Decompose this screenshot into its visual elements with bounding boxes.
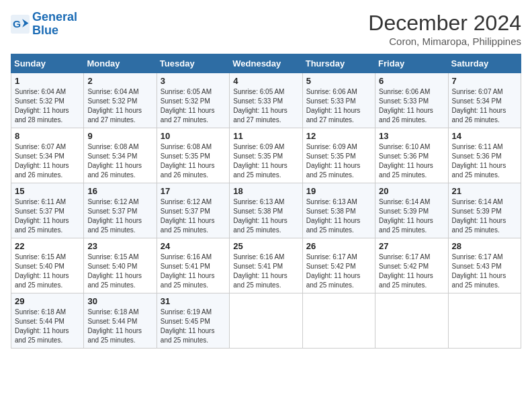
day-detail: Sunrise: 6:04 AMSunset: 5:32 PMDaylight:… (87, 87, 152, 125)
day-detail: Sunrise: 6:05 AMSunset: 5:32 PMDaylight:… (161, 87, 226, 125)
day-detail: Sunrise: 6:17 AMSunset: 5:42 PMDaylight:… (306, 253, 371, 290)
calendar-cell: 15Sunrise: 6:11 AMSunset: 5:37 PMDayligh… (11, 183, 84, 238)
week-row-2: 8Sunrise: 6:07 AMSunset: 5:34 PMDaylight… (11, 128, 521, 183)
day-detail: Sunrise: 6:16 AMSunset: 5:41 PMDaylight:… (161, 253, 226, 290)
day-detail: Sunrise: 6:13 AMSunset: 5:38 PMDaylight:… (233, 197, 298, 235)
calendar-table: SundayMondayTuesdayWednesdayThursdayFrid… (11, 54, 521, 349)
day-number: 7 (452, 76, 517, 86)
svg-text:G: G (13, 17, 21, 29)
day-detail: Sunrise: 6:07 AMSunset: 5:34 PMDaylight:… (15, 142, 80, 180)
calendar-cell: 10Sunrise: 6:08 AMSunset: 5:35 PMDayligh… (157, 128, 229, 183)
day-detail: Sunrise: 6:14 AMSunset: 5:39 PMDaylight:… (379, 197, 444, 235)
day-detail: Sunrise: 6:05 AMSunset: 5:33 PMDaylight:… (233, 87, 298, 125)
day-number: 24 (161, 241, 226, 251)
day-detail: Sunrise: 6:16 AMSunset: 5:41 PMDaylight:… (233, 253, 298, 290)
day-number: 9 (87, 131, 152, 141)
calendar-cell: 25Sunrise: 6:16 AMSunset: 5:41 PMDayligh… (230, 238, 302, 293)
logo: G General Blue (11, 11, 77, 38)
day-detail: Sunrise: 6:10 AMSunset: 5:36 PMDaylight:… (379, 142, 444, 180)
day-number: 28 (452, 241, 517, 251)
calendar-cell (230, 293, 302, 349)
day-number: 12 (306, 131, 371, 141)
calendar-cell: 8Sunrise: 6:07 AMSunset: 5:34 PMDaylight… (11, 128, 84, 183)
day-header-wednesday: Wednesday (230, 54, 302, 73)
calendar-cell: 26Sunrise: 6:17 AMSunset: 5:42 PMDayligh… (302, 238, 375, 293)
day-number: 31 (161, 296, 226, 306)
calendar-cell: 1Sunrise: 6:04 AMSunset: 5:32 PMDaylight… (11, 73, 84, 128)
day-detail: Sunrise: 6:18 AMSunset: 5:44 PMDaylight:… (87, 308, 152, 345)
day-number: 11 (233, 131, 298, 141)
calendar-cell (302, 293, 375, 349)
day-header-monday: Monday (84, 54, 157, 73)
day-number: 30 (87, 296, 152, 306)
day-number: 17 (161, 186, 226, 196)
day-number: 18 (233, 186, 298, 196)
day-number: 21 (452, 186, 517, 196)
day-number: 14 (452, 131, 517, 141)
day-number: 6 (379, 76, 444, 86)
day-header-tuesday: Tuesday (157, 54, 229, 73)
calendar-cell: 30Sunrise: 6:18 AMSunset: 5:44 PMDayligh… (84, 293, 157, 349)
day-detail: Sunrise: 6:09 AMSunset: 5:35 PMDaylight:… (233, 142, 298, 180)
calendar-cell: 12Sunrise: 6:09 AMSunset: 5:35 PMDayligh… (302, 128, 375, 183)
day-detail: Sunrise: 6:06 AMSunset: 5:33 PMDaylight:… (379, 87, 444, 125)
day-number: 1 (15, 76, 80, 86)
day-number: 8 (15, 131, 80, 141)
calendar-cell: 2Sunrise: 6:04 AMSunset: 5:32 PMDaylight… (84, 73, 157, 128)
week-row-1: 1Sunrise: 6:04 AMSunset: 5:32 PMDaylight… (11, 73, 521, 128)
calendar-cell: 6Sunrise: 6:06 AMSunset: 5:33 PMDaylight… (375, 73, 448, 128)
day-number: 20 (379, 186, 444, 196)
day-number: 10 (161, 131, 226, 141)
day-header-friday: Friday (375, 54, 448, 73)
calendar-cell: 27Sunrise: 6:17 AMSunset: 5:42 PMDayligh… (375, 238, 448, 293)
day-detail: Sunrise: 6:17 AMSunset: 5:42 PMDaylight:… (379, 253, 444, 290)
calendar-cell (375, 293, 448, 349)
day-detail: Sunrise: 6:12 AMSunset: 5:37 PMDaylight:… (87, 197, 152, 235)
day-number: 3 (161, 76, 226, 86)
calendar-cell: 31Sunrise: 6:19 AMSunset: 5:45 PMDayligh… (157, 293, 229, 349)
day-number: 15 (15, 186, 80, 196)
calendar-cell: 5Sunrise: 6:06 AMSunset: 5:33 PMDaylight… (302, 73, 375, 128)
header: G General Blue December 2024 Coron, Mima… (11, 11, 521, 47)
calendar-cell: 21Sunrise: 6:14 AMSunset: 5:39 PMDayligh… (448, 183, 521, 238)
logo-line2: Blue (32, 24, 77, 38)
day-detail: Sunrise: 6:04 AMSunset: 5:32 PMDaylight:… (15, 87, 80, 125)
day-detail: Sunrise: 6:11 AMSunset: 5:37 PMDaylight:… (15, 197, 80, 235)
day-detail: Sunrise: 6:15 AMSunset: 5:40 PMDaylight:… (15, 253, 80, 290)
logo-icon: G (11, 15, 30, 34)
day-number: 23 (87, 241, 152, 251)
day-detail: Sunrise: 6:06 AMSunset: 5:33 PMDaylight:… (306, 87, 371, 125)
day-detail: Sunrise: 6:12 AMSunset: 5:37 PMDaylight:… (161, 197, 226, 235)
day-number: 5 (306, 76, 371, 86)
day-number: 19 (306, 186, 371, 196)
day-detail: Sunrise: 6:14 AMSunset: 5:39 PMDaylight:… (452, 197, 517, 235)
day-number: 16 (87, 186, 152, 196)
calendar-cell: 14Sunrise: 6:11 AMSunset: 5:36 PMDayligh… (448, 128, 521, 183)
subtitle: Coron, Mimaropa, Philippines (368, 36, 521, 47)
day-detail: Sunrise: 6:08 AMSunset: 5:34 PMDaylight:… (87, 142, 152, 180)
week-row-5: 29Sunrise: 6:18 AMSunset: 5:44 PMDayligh… (11, 293, 521, 349)
day-number: 27 (379, 241, 444, 251)
logo-text: General Blue (32, 11, 77, 38)
day-detail: Sunrise: 6:18 AMSunset: 5:44 PMDaylight:… (15, 308, 80, 345)
day-header-thursday: Thursday (302, 54, 375, 73)
day-detail: Sunrise: 6:08 AMSunset: 5:35 PMDaylight:… (161, 142, 226, 180)
main-title: December 2024 (368, 11, 521, 36)
day-detail: Sunrise: 6:13 AMSunset: 5:38 PMDaylight:… (306, 197, 371, 235)
calendar-cell: 16Sunrise: 6:12 AMSunset: 5:37 PMDayligh… (84, 183, 157, 238)
day-number: 2 (87, 76, 152, 86)
day-number: 29 (15, 296, 80, 306)
calendar-cell: 9Sunrise: 6:08 AMSunset: 5:34 PMDaylight… (84, 128, 157, 183)
week-row-4: 22Sunrise: 6:15 AMSunset: 5:40 PMDayligh… (11, 238, 521, 293)
day-detail: Sunrise: 6:15 AMSunset: 5:40 PMDaylight:… (87, 253, 152, 290)
calendar-cell: 29Sunrise: 6:18 AMSunset: 5:44 PMDayligh… (11, 293, 84, 349)
calendar-cell: 20Sunrise: 6:14 AMSunset: 5:39 PMDayligh… (375, 183, 448, 238)
calendar-cell: 28Sunrise: 6:17 AMSunset: 5:43 PMDayligh… (448, 238, 521, 293)
day-number: 13 (379, 131, 444, 141)
day-number: 25 (233, 241, 298, 251)
calendar-cell: 22Sunrise: 6:15 AMSunset: 5:40 PMDayligh… (11, 238, 84, 293)
calendar-cell: 4Sunrise: 6:05 AMSunset: 5:33 PMDaylight… (230, 73, 302, 128)
calendar-cell: 13Sunrise: 6:10 AMSunset: 5:36 PMDayligh… (375, 128, 448, 183)
calendar-cell: 19Sunrise: 6:13 AMSunset: 5:38 PMDayligh… (302, 183, 375, 238)
day-detail: Sunrise: 6:09 AMSunset: 5:35 PMDaylight:… (306, 142, 371, 180)
